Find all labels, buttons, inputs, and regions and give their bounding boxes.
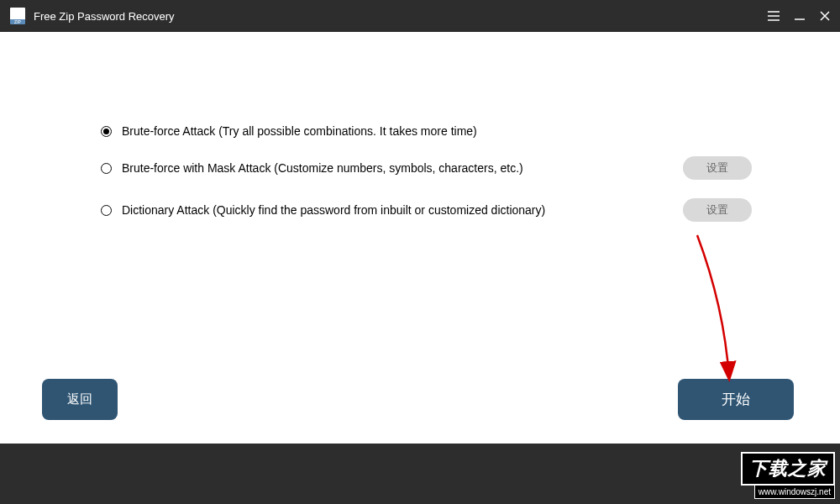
option-mask-attack[interactable]: Brute-force with Mask Attack (Customize … [101, 156, 739, 180]
watermark: 下载之家 www.windowszj.net [741, 452, 835, 499]
option-label: Brute-force Attack (Try all possible com… [122, 124, 477, 138]
option-dictionary-attack[interactable]: Dictionary Attack (Quickly find the pass… [101, 198, 739, 222]
settings-button-mask[interactable]: 设置 [683, 156, 752, 180]
annotation-arrow [689, 231, 748, 386]
back-button[interactable]: 返回 [42, 379, 118, 420]
menu-icon[interactable] [768, 11, 780, 21]
radio-dictionary-attack[interactable] [101, 205, 112, 216]
option-brute-force[interactable]: Brute-force Attack (Try all possible com… [101, 124, 739, 138]
option-label: Dictionary Attack (Quickly find the pass… [122, 203, 545, 217]
radio-mask-attack[interactable] [101, 163, 112, 174]
option-label: Brute-force with Mask Attack (Customize … [122, 161, 523, 175]
watermark-text: 下载之家 [741, 452, 835, 486]
window-controls [768, 11, 830, 21]
app-icon [10, 8, 25, 24]
action-buttons: 返回 开始 [0, 379, 840, 420]
footer [0, 444, 840, 504]
radio-brute-force[interactable] [101, 126, 112, 137]
attack-options: Brute-force Attack (Try all possible com… [0, 32, 840, 222]
minimize-icon[interactable] [795, 11, 805, 21]
titlebar: Free Zip Password Recovery [0, 0, 840, 32]
close-icon[interactable] [820, 11, 830, 21]
watermark-url: www.windowszj.net [754, 486, 835, 499]
app-title: Free Zip Password Recovery [34, 10, 175, 23]
settings-button-dictionary[interactable]: 设置 [683, 198, 752, 222]
start-button[interactable]: 开始 [678, 379, 794, 420]
